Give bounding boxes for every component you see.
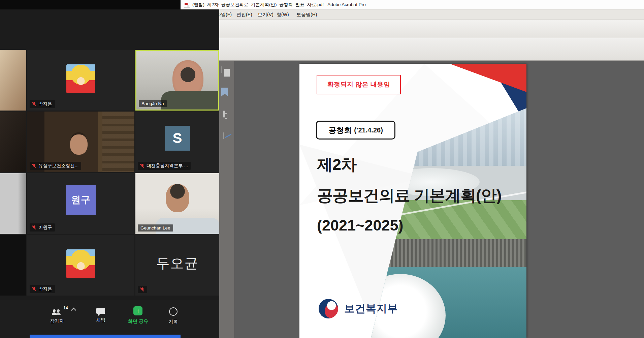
participants-button[interactable]: 14 참가자 — [50, 306, 64, 324]
participant-name: 유성구보건소장신... — [38, 163, 78, 169]
document-title-line1: 제2차 — [317, 154, 356, 175]
mic-muted-icon — [140, 287, 144, 292]
record-button[interactable]: 기록 — [168, 306, 178, 325]
participant-name-label: 박지은 — [30, 100, 55, 108]
video-tile[interactable]: S 대전충남지역본부 ... — [135, 112, 219, 172]
video-tile-partial[interactable] — [0, 173, 26, 234]
participant-name: 박지은 — [38, 101, 52, 107]
taskbar-strip[interactable] — [30, 335, 181, 338]
video-tile[interactable]: 두오균 — [135, 235, 219, 296]
avatar-letter: S — [172, 130, 182, 146]
share-screen-button[interactable]: ↑ 화면 공유 — [128, 306, 148, 325]
acrobat-titlebar: (별첨)_제2차_공공보건의료_기본계획(안)_공청회_발표_자료.pdf - … — [181, 0, 644, 9]
acrobat-menubar: 파일(F) 편집(E) 보기(V) 창(W) 도움말(H) — [181, 9, 644, 20]
acrobat-nav-toolbar: ▲ ▼ / 41 + ↑←→ — [181, 38, 644, 61]
chat-icon — [96, 308, 105, 314]
acrobat-side-panel — [218, 61, 234, 338]
mic-muted-icon — [32, 225, 36, 230]
participant-big-name: 두오균 — [135, 254, 219, 273]
warning-stamp-text: 확정되지 않은 내용임 — [327, 80, 390, 89]
participants-icon: 14 — [51, 306, 63, 315]
video-tile[interactable]: 원구 이원구 — [27, 173, 134, 234]
window-title: (별첨)_제2차_공공보건의료_기본계획(안)_공청회_발표_자료.pdf - … — [192, 2, 366, 8]
video-tile[interactable]: 유성구보건소장신... — [27, 112, 134, 172]
avatar: 원구 — [66, 185, 96, 215]
mic-muted-icon — [32, 287, 36, 292]
participant-name-label: 대전충남지역본부 ... — [138, 162, 191, 170]
corner-red-triangle — [450, 64, 526, 92]
menu-view[interactable]: 보기(V) — [256, 11, 276, 19]
avatar-letter: 원구 — [71, 193, 91, 206]
acrobat-window: (별첨)_제2차_공공보건의료_기본계획(안)_공청회_발표_자료.pdf - … — [181, 0, 644, 338]
participant-name-label: Geunchan Lee — [138, 224, 173, 232]
participant-name: BaegJu Na — [141, 101, 164, 106]
share-screen-icon: ↑ — [133, 306, 142, 315]
chevron-up-icon[interactable] — [71, 308, 76, 313]
menu-window[interactable]: 창(W) — [275, 11, 291, 19]
person-icon — [56, 312, 61, 315]
video-feed — [0, 50, 26, 111]
video-tile-partial[interactable] — [0, 235, 26, 296]
participant-name: 대전충남지역본부 ... — [147, 163, 188, 169]
participants-label: 참가자 — [50, 318, 64, 324]
participant-name-label — [138, 286, 147, 293]
bookmarks-icon[interactable] — [221, 88, 228, 96]
mic-muted-icon — [140, 163, 144, 168]
chat-label: 채팅 — [96, 317, 105, 323]
participant-name-label: 유성구보건소장신... — [30, 162, 81, 170]
attachments-icon[interactable] — [223, 111, 225, 118]
video-tile[interactable]: 박지은 — [27, 50, 134, 111]
video-tile-partial[interactable] — [0, 112, 26, 172]
video-tile[interactable]: 박지은 — [27, 235, 134, 296]
share-screen-label: 화면 공유 — [128, 318, 148, 325]
zoom-meeting-window: 박지은 BaegJu Na 유성구보건소장신... S 대전충남지역본부 ...… — [0, 9, 219, 338]
chat-button[interactable]: 채팅 — [96, 306, 105, 323]
mic-muted-icon — [32, 163, 36, 168]
avatar: S — [165, 126, 190, 151]
menu-edit[interactable]: 편집(E) — [234, 11, 254, 19]
video-feed — [0, 173, 26, 234]
participant-name-label: 이원구 — [30, 223, 55, 232]
mic-muted-icon — [32, 102, 36, 107]
acrobat-main-toolbar: 만들기 ⚙ T ✕ ➜ ➜ — [181, 20, 644, 38]
participant-name: 이원구 — [38, 224, 52, 231]
document-title-line3: (2021~2025) — [317, 217, 403, 234]
ministry-logo-icon — [319, 299, 338, 318]
participant-name-label: 박지은 — [30, 285, 55, 293]
avatar — [66, 249, 95, 278]
participant-name-label: BaegJu Na — [139, 100, 167, 107]
video-feed — [0, 112, 26, 172]
page-thumbnails-icon[interactable] — [221, 66, 222, 73]
ministry-logo-text: 보건복지부 — [344, 302, 398, 316]
person-icon — [52, 312, 57, 315]
video-tile-partial[interactable] — [0, 50, 26, 111]
video-tile-active-speaker[interactable]: BaegJu Na — [135, 50, 219, 111]
zoom-toolbar: 14 참가자 채팅 ↑ 화면 공유 기록 — [0, 300, 219, 338]
ministry-logo: 보건복지부 — [319, 299, 398, 318]
video-feed — [0, 235, 26, 296]
avatar — [66, 64, 95, 93]
session-date-text: (’21.4.26) — [354, 126, 383, 134]
participant-name: 박지은 — [38, 286, 52, 292]
record-label: 기록 — [168, 319, 178, 325]
session-badge-box: 공청회 (’21.4.26) — [316, 121, 395, 140]
signatures-icon[interactable] — [223, 132, 224, 139]
video-tile[interactable]: Geunchan Lee — [135, 173, 219, 234]
participant-name: Geunchan Lee — [140, 225, 170, 231]
pdf-page: 확정되지 않은 내용임 공청회 (’21.4.26) 제2차 공공보건의료 기본… — [299, 64, 526, 338]
session-badge-text: 공청회 — [328, 125, 352, 135]
pdf-file-icon — [184, 2, 190, 8]
pdf-viewer-area[interactable]: 확정되지 않은 내용임 공청회 (’21.4.26) 제2차 공공보건의료 기본… — [234, 61, 644, 338]
warning-stamp-box: 확정되지 않은 내용임 — [317, 75, 401, 94]
document-title-line2: 공공보건의료 기본계획(안) — [317, 185, 501, 206]
participant-count: 14 — [63, 306, 68, 310]
record-icon — [169, 307, 178, 316]
menu-help[interactable]: 도움말(H) — [294, 11, 319, 19]
